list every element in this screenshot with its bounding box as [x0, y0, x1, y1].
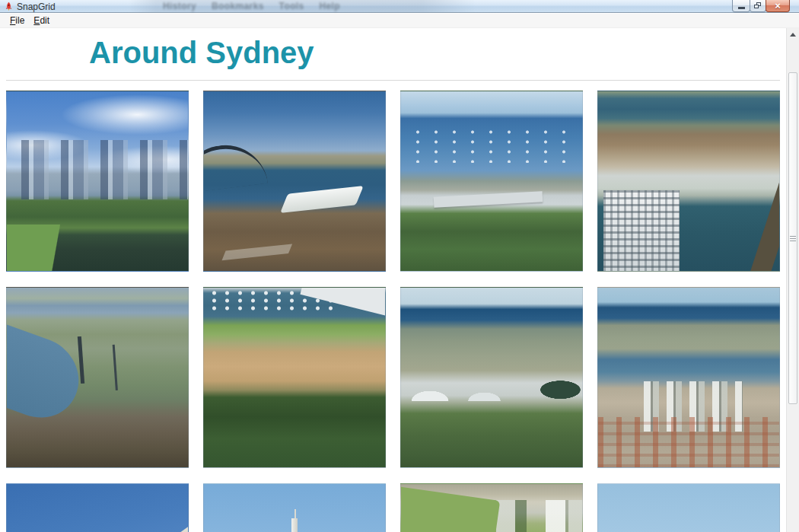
photo-thumbnail-harbour-bridge[interactable]: [203, 91, 386, 272]
window-controls: ×: [733, 0, 790, 12]
content-area: Around Sydney: [0, 28, 786, 532]
chevron-up-icon: [790, 33, 796, 37]
minimize-icon: [738, 7, 745, 9]
scrollbar-grip-icon: [790, 236, 796, 241]
minimize-button[interactable]: [732, 0, 750, 12]
scroll-up-button[interactable]: [787, 28, 799, 41]
ghost-menu-text: History Bookmarks Tools Help: [163, 1, 340, 11]
rocket-icon: [4, 2, 14, 11]
photo-thumbnail-green-field[interactable]: [400, 483, 583, 532]
photo-thumbnail-eastern-suburbs[interactable]: [597, 287, 780, 468]
photo-thumbnail-city-skyline-park[interactable]: [6, 91, 189, 272]
close-icon: ×: [775, 1, 781, 11]
snapgrid-window: { "window": { "title": "SnapGrid", "app_…: [0, 0, 799, 532]
restore-button[interactable]: [750, 0, 766, 12]
menu-edit[interactable]: Edit: [29, 14, 54, 28]
heading-divider: [6, 80, 780, 81]
menu-file[interactable]: File: [5, 14, 29, 28]
window-titlebar: SnapGrid History Bookmarks Tools Help ×: [0, 0, 799, 13]
scrollbar-thumb[interactable]: [788, 72, 797, 404]
page-title: Around Sydney: [89, 36, 314, 70]
restore-icon: [754, 2, 762, 9]
photo-thumbnail-darling-harbour[interactable]: [597, 91, 780, 272]
vertical-scrollbar[interactable]: [786, 28, 799, 532]
photo-thumbnail-sky-tower[interactable]: [203, 483, 386, 532]
photo-grid: [6, 91, 780, 532]
photo-thumbnail-anzac-bridge[interactable]: [6, 287, 189, 468]
photo-thumbnail-clear-sky[interactable]: [597, 483, 780, 532]
close-button[interactable]: ×: [766, 0, 790, 12]
menubar: File Edit: [0, 14, 799, 28]
window-title: SnapGrid: [17, 2, 56, 12]
photo-thumbnail-harbour-wharf[interactable]: [400, 91, 583, 272]
photo-thumbnail-art-gallery[interactable]: [203, 287, 386, 468]
photo-thumbnail-sky-building[interactable]: [6, 483, 189, 532]
photo-thumbnail-stadiums[interactable]: [400, 287, 583, 468]
